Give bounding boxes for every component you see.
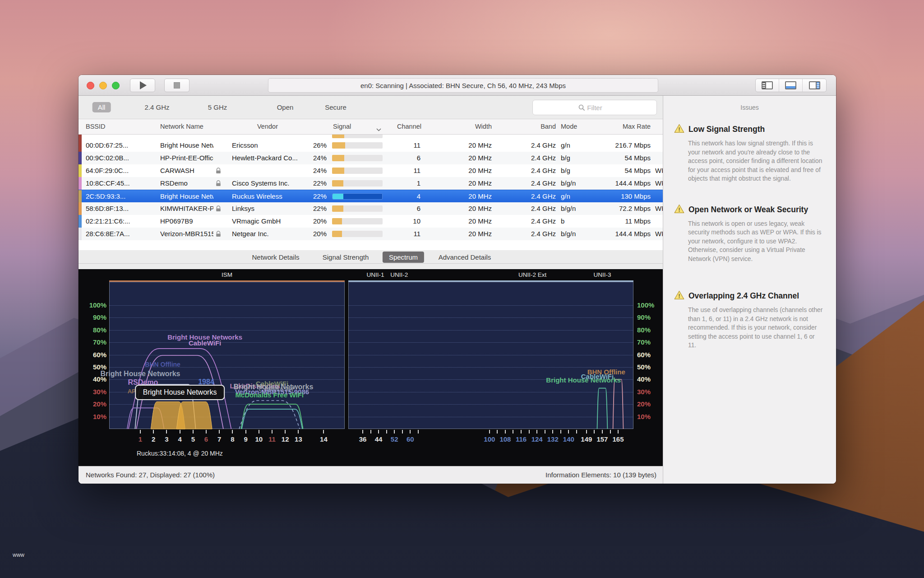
- row-color-stripe: [79, 190, 82, 202]
- scan-start-button[interactable]: [130, 79, 155, 92]
- column-header-vendor[interactable]: Vendor: [257, 123, 278, 130]
- cell-bssid: 02:21:21:C6:...: [86, 217, 153, 225]
- scope-filter-all[interactable]: All: [92, 102, 111, 112]
- cell-band: 2.4 GHz: [503, 205, 556, 212]
- tab-advanced-details[interactable]: Advanced Details: [432, 252, 498, 263]
- table-row[interactable]: 02:21:21:C6:...HP0697B9VRmagic GmbH20%10…: [79, 215, 663, 228]
- titlebar[interactable]: en0: Scanning | Associated: BHN Secure, …: [79, 75, 836, 96]
- cell-signal-pct: 22%: [295, 192, 327, 200]
- chart-ssid-label: Bright House Networks: [101, 370, 180, 378]
- watermark: www: [13, 552, 24, 558]
- cell-channel: 11: [376, 141, 420, 149]
- network-shape-bright-house-networks[interactable]: [597, 388, 608, 429]
- toggle-right-panel-button[interactable]: [803, 79, 826, 92]
- network-shape-verizon-mbr1515-9086[interactable]: [239, 401, 300, 429]
- information-elements-status: Information Elements: 10 (139 bytes): [545, 471, 656, 479]
- toggle-left-panel-button[interactable]: [756, 79, 779, 92]
- table-row[interactable]: 64:0F:29:0C...CARWASH24%1120 MHz2.4 GHzb…: [79, 164, 663, 177]
- column-header-bssid[interactable]: BSSID: [86, 123, 106, 130]
- left-panel-icon: [762, 81, 773, 89]
- cell-signal-pct: 24%: [295, 167, 327, 174]
- cell-channel: 10: [376, 217, 420, 225]
- column-header-channel[interactable]: Channel: [397, 123, 421, 130]
- issue-title: Overlapping 2.4 GHz Channel: [688, 291, 799, 301]
- cell-network-name: Bright House Networks: [160, 192, 213, 200]
- cell-channel: 1: [376, 179, 420, 187]
- signal-bar: [332, 218, 383, 224]
- cell-band: 2.4 GHz: [503, 167, 556, 174]
- column-header-max-rate[interactable]: Max Rate: [623, 123, 651, 130]
- zoom-button[interactable]: [112, 82, 120, 89]
- signal-bar: [332, 193, 383, 200]
- cell-bssid: 58:6D:8F:13...: [86, 205, 153, 212]
- scope-filter-secure[interactable]: Secure: [319, 102, 352, 112]
- warning-icon: !: [674, 290, 684, 302]
- signal-bar-fill: [332, 205, 343, 212]
- cell-width: 20 MHz: [439, 154, 492, 162]
- column-header-signal[interactable]: Signal: [333, 123, 351, 130]
- cell-security: WPA: [655, 230, 663, 238]
- chart-ssid-label: CableWiFi: [189, 339, 221, 347]
- chart-ssid-label: BHN Offline: [587, 368, 625, 376]
- scope-filter-open[interactable]: Open: [272, 102, 299, 112]
- signal-bar: [332, 180, 383, 186]
- cell-signal-pct: 22%: [295, 179, 327, 187]
- warning-icon: !: [674, 204, 684, 215]
- cell-network-name: Bright House Networks: [160, 141, 213, 149]
- issue-description: This network has low signal strength. If…: [688, 139, 824, 183]
- row-color-stripe: [79, 177, 82, 190]
- close-button[interactable]: [87, 82, 94, 89]
- chart-footnote: Ruckus:33:14:08, 4 @ 20 MHz: [137, 450, 223, 457]
- signal-bar-fill: [332, 231, 342, 237]
- content-area: All2.4 GHz5 GHzOpenSecure BSSIDNetwork N…: [79, 96, 663, 484]
- table-row[interactable]: 10:8C:CF:45...RSDemoCisco Systems Inc.22…: [79, 177, 663, 190]
- network-shape-mcdonalds-free-wifi[interactable]: [241, 404, 303, 429]
- row-color-stripe: [79, 228, 82, 240]
- issues-panel-title: Issues: [663, 104, 836, 111]
- tab-spectrum[interactable]: Spectrum: [383, 252, 424, 263]
- cell-width: 20 MHz: [439, 217, 492, 225]
- column-header-band[interactable]: Band: [541, 123, 556, 130]
- toggle-bottom-panel-button[interactable]: [779, 79, 803, 92]
- cell-width: 20 MHz: [439, 167, 492, 174]
- signal-bar: [332, 231, 383, 237]
- column-header-mode[interactable]: Mode: [561, 123, 577, 130]
- cell-network-name: HP-Print-EE-Officejet 6...: [160, 154, 213, 162]
- network-shape-cablewifi[interactable]: [242, 409, 302, 429]
- table-row[interactable]: 58:6D:8F:13...KIMWHITAKER-PCLinksys22%62…: [79, 202, 663, 215]
- cell-network-name: Verizon-MBR1515-9...: [160, 230, 213, 238]
- minimize-button[interactable]: [99, 82, 107, 89]
- cell-max-rate: 54 Mbps: [586, 154, 651, 162]
- cell-security: WPA: [655, 179, 663, 187]
- sort-chevron-icon[interactable]: [376, 126, 381, 133]
- cell-max-rate: 54 Mbps: [586, 167, 651, 174]
- search-input[interactable]: [533, 100, 656, 115]
- table-row[interactable]: 00:9C:02:0B...HP-Print-EE-Officejet 6...…: [79, 152, 663, 164]
- cell-bssid: 64:0F:29:0C...: [86, 167, 153, 174]
- warning-icon: !: [674, 124, 684, 135]
- signal-bar: [332, 168, 383, 174]
- tab-signal-strength[interactable]: Signal Strength: [316, 252, 375, 263]
- svg-text:!: !: [679, 293, 680, 299]
- network-shape-bhn-offline[interactable]: [613, 379, 624, 429]
- cell-width: 20 MHz: [439, 141, 492, 149]
- scope-filter-5-ghz[interactable]: 5 GHz: [203, 102, 233, 112]
- cell-bssid: 10:8C:CF:45...: [86, 179, 153, 187]
- scope-filter-2-4-ghz[interactable]: 2.4 GHz: [139, 102, 175, 112]
- lock-icon: [216, 231, 221, 238]
- table-row[interactable]: 00:0D:67:25...Bright House NetworksErics…: [79, 139, 663, 152]
- column-header-network-name[interactable]: Network Name: [160, 123, 203, 130]
- column-header-width[interactable]: Width: [475, 123, 492, 130]
- signal-bar-fill: [332, 168, 344, 174]
- cell-channel: 6: [376, 205, 420, 212]
- table-row[interactable]: 28:C6:8E:7A...Verizon-MBR1515-9...Netgea…: [79, 228, 663, 240]
- issue-title: Open Network or Weak Security: [688, 205, 808, 214]
- tab-network-details[interactable]: Network Details: [245, 252, 305, 263]
- table-row[interactable]: 2C:5D:93:3...Bright House NetworksRuckus…: [79, 190, 663, 202]
- network-shape-cablewifi[interactable]: [176, 402, 212, 429]
- filter-search-field[interactable]: [532, 100, 657, 115]
- scan-stop-button[interactable]: [164, 79, 189, 92]
- cell-max-rate: 11 Mbps: [586, 217, 651, 225]
- window-main: All2.4 GHz5 GHzOpenSecure BSSIDNetwork N…: [79, 96, 836, 484]
- issue-header: !Open Network or Weak Security: [674, 204, 825, 215]
